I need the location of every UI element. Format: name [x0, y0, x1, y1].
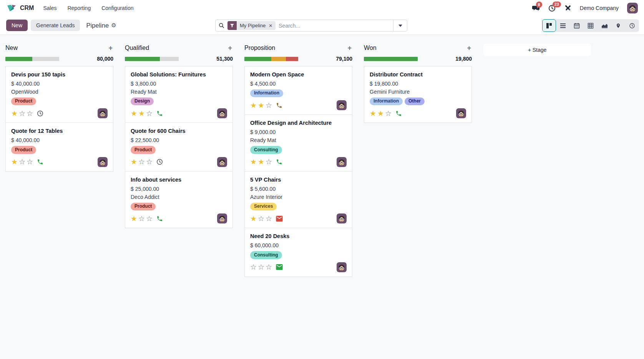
- progress-segment-green[interactable]: [244, 57, 271, 61]
- menu-sales[interactable]: Sales: [43, 5, 56, 11]
- activities-button[interactable]: 23: [548, 5, 556, 12]
- star-empty-icon[interactable]: ☆: [250, 263, 257, 271]
- kanban-card[interactable]: 5 VP Chairs$ 5,600.00Azure InteriorServi…: [244, 171, 352, 228]
- star-filled-icon[interactable]: ★: [131, 215, 137, 222]
- activity-phone-icon[interactable]: [156, 215, 163, 222]
- kanban-card[interactable]: Modern Open Space$ 4,500.00Information★★…: [244, 66, 352, 115]
- star-filled-icon[interactable]: ★: [370, 110, 376, 117]
- view-graph-button[interactable]: [598, 19, 611, 32]
- priority-stars[interactable]: ☆☆☆: [250, 263, 272, 271]
- progress-segment-gray[interactable]: [160, 57, 179, 61]
- star-filled-icon[interactable]: ★: [11, 110, 18, 117]
- star-empty-icon[interactable]: ☆: [266, 158, 272, 165]
- priority-stars[interactable]: ★☆☆: [11, 110, 33, 117]
- column-title[interactable]: Won: [364, 45, 377, 51]
- star-filled-icon[interactable]: ★: [250, 215, 257, 222]
- progress-segment-orange[interactable]: [271, 57, 286, 61]
- priority-stars[interactable]: ★★☆: [250, 158, 272, 165]
- priority-stars[interactable]: ★☆☆: [11, 158, 33, 165]
- star-filled-icon[interactable]: ★: [250, 102, 257, 109]
- activity-phone-icon[interactable]: [276, 102, 282, 109]
- view-calendar-button[interactable]: [570, 19, 584, 32]
- app-switcher[interactable]: CRM: [6, 4, 34, 12]
- kanban-card[interactable]: Office Design and Architecture$ 9,000.00…: [244, 114, 352, 171]
- star-filled-icon[interactable]: ★: [250, 158, 257, 165]
- debug-tools-button[interactable]: [564, 5, 571, 12]
- activity-envelope-icon[interactable]: [276, 264, 283, 270]
- star-filled-icon[interactable]: ★: [138, 110, 145, 117]
- star-empty-icon[interactable]: ☆: [266, 215, 272, 222]
- activity-phone-icon[interactable]: [276, 159, 282, 165]
- star-empty-icon[interactable]: ☆: [146, 215, 153, 222]
- add-stage-button[interactable]: + Stage: [483, 43, 591, 56]
- filter-remove-icon[interactable]: ✕: [269, 21, 276, 30]
- gear-icon[interactable]: ⚙: [111, 22, 116, 29]
- search-input-area[interactable]: My Pipeline ✕ Search...: [216, 20, 393, 31]
- progress-segment-red[interactable]: [286, 57, 298, 61]
- activity-envelope-icon[interactable]: [276, 216, 283, 222]
- kanban-card[interactable]: Quote for 12 Tables$ 40,000.00Product★☆☆: [5, 122, 113, 171]
- salesperson-avatar[interactable]: [456, 108, 466, 118]
- star-filled-icon[interactable]: ★: [131, 110, 137, 117]
- view-kanban-button[interactable]: [542, 19, 556, 32]
- kanban-card[interactable]: Need 20 Desks$ 60,000.00Consulting☆☆☆: [244, 228, 352, 276]
- salesperson-avatar[interactable]: [217, 157, 227, 167]
- star-filled-icon[interactable]: ★: [131, 158, 137, 165]
- priority-stars[interactable]: ★★☆: [250, 102, 272, 109]
- menu-reporting[interactable]: Reporting: [67, 5, 91, 11]
- activity-phone-icon[interactable]: [156, 110, 163, 117]
- star-empty-icon[interactable]: ☆: [138, 158, 145, 165]
- view-map-button[interactable]: [611, 19, 625, 32]
- salesperson-avatar[interactable]: [337, 157, 347, 167]
- column-progressbar[interactable]: [5, 57, 59, 61]
- salesperson-avatar[interactable]: [337, 262, 347, 272]
- filter-facet[interactable]: My Pipeline ✕: [227, 21, 276, 30]
- column-title[interactable]: Proposition: [244, 45, 275, 51]
- star-empty-icon[interactable]: ☆: [266, 102, 272, 109]
- search-bar[interactable]: My Pipeline ✕ Search...: [215, 20, 407, 31]
- progress-segment-green[interactable]: [125, 57, 160, 61]
- star-filled-icon[interactable]: ★: [258, 102, 264, 109]
- column-progressbar[interactable]: [244, 57, 298, 61]
- quick-add-icon[interactable]: +: [108, 45, 113, 51]
- quick-add-icon[interactable]: +: [227, 45, 233, 51]
- activity-clock-icon[interactable]: [37, 110, 43, 117]
- user-avatar[interactable]: [627, 3, 638, 13]
- star-empty-icon[interactable]: ☆: [266, 263, 272, 271]
- salesperson-avatar[interactable]: [98, 157, 108, 167]
- column-title[interactable]: Qualified: [125, 45, 149, 51]
- kanban-card[interactable]: Devis pour 150 tapis$ 40,000.00OpenWoodP…: [5, 66, 113, 123]
- kanban-card[interactable]: Quote for 600 Chairs$ 22,500.00Product★☆…: [125, 122, 233, 171]
- view-pivot-button[interactable]: [584, 19, 598, 32]
- search-dropdown-toggle[interactable]: [393, 20, 407, 31]
- priority-stars[interactable]: ★☆☆: [131, 215, 153, 222]
- kanban-card[interactable]: Info about services$ 25,000.00Deco Addic…: [125, 171, 233, 228]
- star-empty-icon[interactable]: ☆: [19, 110, 25, 117]
- star-empty-icon[interactable]: ☆: [258, 263, 264, 271]
- menu-configuration[interactable]: Configuration: [101, 5, 133, 11]
- priority-stars[interactable]: ★★☆: [131, 110, 153, 117]
- quick-add-icon[interactable]: +: [466, 45, 472, 51]
- salesperson-avatar[interactable]: [337, 100, 347, 110]
- star-empty-icon[interactable]: ☆: [27, 110, 33, 117]
- kanban-card[interactable]: Distributor Contract$ 19,800.00Gemini Fu…: [364, 66, 472, 123]
- salesperson-avatar[interactable]: [217, 213, 227, 223]
- activity-phone-icon[interactable]: [395, 110, 402, 117]
- salesperson-avatar[interactable]: [337, 213, 347, 223]
- star-empty-icon[interactable]: ☆: [258, 215, 264, 222]
- star-empty-icon[interactable]: ☆: [385, 110, 392, 117]
- star-empty-icon[interactable]: ☆: [146, 158, 153, 165]
- view-list-button[interactable]: [556, 19, 570, 32]
- salesperson-avatar[interactable]: [98, 108, 108, 118]
- activity-clock-icon[interactable]: [156, 159, 163, 165]
- progress-segment-green[interactable]: [5, 57, 32, 61]
- column-progressbar[interactable]: [364, 57, 418, 61]
- column-title[interactable]: New: [5, 45, 18, 51]
- generate-leads-button[interactable]: Generate Leads: [31, 20, 80, 31]
- star-filled-icon[interactable]: ★: [377, 110, 384, 117]
- star-filled-icon[interactable]: ★: [11, 158, 18, 165]
- salesperson-avatar[interactable]: [217, 108, 227, 118]
- view-activity-button[interactable]: [625, 19, 639, 32]
- star-empty-icon[interactable]: ☆: [19, 158, 25, 165]
- priority-stars[interactable]: ★☆☆: [131, 158, 153, 165]
